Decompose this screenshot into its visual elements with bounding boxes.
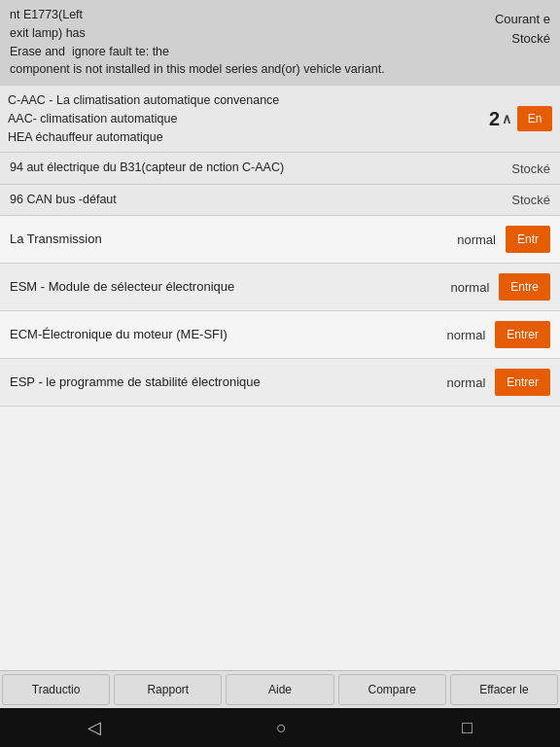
fault-text-1: 94 aut électrique du B31(capteur de ncti… xyxy=(10,160,504,177)
error-header-section: nt E1773(Left exit lamp) has Erase and i… xyxy=(0,0,560,86)
module-name-2: ECM-Électronique du moteur (ME-SFI) xyxy=(10,326,438,343)
partial-line1: nt E1773(Left xyxy=(10,8,83,21)
android-nav-bar: ◁ ○ □ xyxy=(0,708,560,747)
module-enter-button-0[interactable]: Entr xyxy=(506,226,550,253)
error-message: component is not installed in this model… xyxy=(10,62,385,76)
module-name-1: ESM - Module de sélecteur électronique xyxy=(10,278,441,296)
toolbar-btn-compare[interactable]: Compare xyxy=(338,674,446,705)
module-status-3: normal xyxy=(447,375,486,390)
aac-section: C-AAC - La climatisation automatique con… xyxy=(0,86,560,153)
fault-text-2: 96 CAN bus -défaut xyxy=(10,192,504,209)
fault-status-2: Stocké xyxy=(511,193,550,207)
main-screen: nt E1773(Left exit lamp) has Erase and i… xyxy=(0,0,560,747)
module-enter-button-3[interactable]: Entrer xyxy=(495,369,550,396)
fault-row-1: 94 aut électrique du B31(capteur de ncti… xyxy=(0,153,560,185)
partial-line2: exit lamp) has xyxy=(10,26,86,40)
aac-enter-button[interactable]: En xyxy=(517,106,552,131)
nav-recent-button[interactable]: □ xyxy=(446,714,488,742)
module-row-2: ECM-Électronique du moteur (ME-SFI) norm… xyxy=(0,311,560,359)
nav-back-button[interactable]: ◁ xyxy=(72,713,117,742)
module-name-0: La Transmission xyxy=(10,231,447,248)
module-name-3: ESP - le programme de stabilité électron… xyxy=(10,374,438,391)
nav-home-button[interactable]: ○ xyxy=(261,714,302,742)
aac-line3: HEA échauffeur automatique xyxy=(8,130,163,144)
module-enter-button-2[interactable]: Entrer xyxy=(495,321,550,348)
partial-line3: Erase and xyxy=(10,45,65,58)
module-row-0: La Transmission normal Entr xyxy=(0,216,560,264)
toolbar-btn-traduction[interactable]: Traductio xyxy=(2,674,110,705)
module-status-2: normal xyxy=(447,328,486,342)
partial-line4: ignore fault xyxy=(72,45,132,58)
module-status-0: normal xyxy=(457,232,496,247)
fault-status-1: Stocké xyxy=(511,161,550,176)
aac-text-block: C-AAC - La climatisation automatique con… xyxy=(8,91,483,146)
bottom-toolbar: Traductio Rapport Aide Compare Effacer l… xyxy=(0,670,560,708)
fault-row-2: 96 CAN bus -défaut Stocké xyxy=(0,185,560,217)
toolbar-btn-effacer[interactable]: Effacer le xyxy=(450,674,558,705)
error-partial-text: nt E1773(Left exit lamp) has Erase and i… xyxy=(10,6,550,79)
toolbar-btn-aide[interactable]: Aide xyxy=(226,674,333,705)
fault-count-badge: 2 ∧ xyxy=(489,108,511,130)
aac-line2: AAC- climatisation automatique xyxy=(8,112,177,125)
module-row-1: ESM - Module de sélecteur électronique n… xyxy=(0,264,560,311)
module-row-3: ESP - le programme de stabilité électron… xyxy=(0,359,560,407)
courant-line1: Courant e xyxy=(495,12,550,26)
arrow-up-icon: ∧ xyxy=(502,111,511,126)
toolbar-btn-rapport[interactable]: Rapport xyxy=(114,674,222,705)
courant-label: Courant e Stocké xyxy=(495,10,550,48)
module-enter-button-1[interactable]: Entre xyxy=(499,273,550,301)
stocke-label-header: Stocké xyxy=(511,31,550,46)
module-status-1: normal xyxy=(451,280,490,295)
aac-line1: C-AAC - La climatisation automatique con… xyxy=(8,93,279,107)
fault-count: 2 xyxy=(489,108,500,130)
